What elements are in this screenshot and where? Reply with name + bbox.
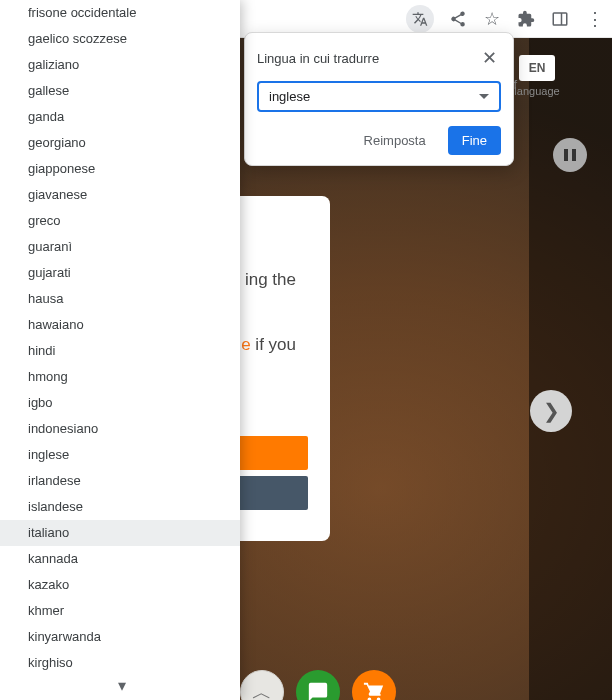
language-option[interactable]: kinyarwanda (0, 624, 240, 650)
menu-icon[interactable]: ⋮ (584, 9, 604, 29)
language-option[interactable]: hausa (0, 286, 240, 312)
language-option[interactable]: greco (0, 208, 240, 234)
done-button[interactable]: Fine (448, 126, 501, 155)
language-option[interactable]: giavanese (0, 182, 240, 208)
language-option[interactable]: hmong (0, 364, 240, 390)
more-indicator: ▾ (0, 676, 240, 695)
pause-button[interactable] (553, 138, 587, 172)
language-option[interactable]: khmer (0, 598, 240, 624)
side-panel-icon[interactable] (550, 9, 570, 29)
language-switcher[interactable]: EN language (507, 55, 567, 97)
translate-icon[interactable] (406, 5, 434, 33)
language-option[interactable]: kazako (0, 572, 240, 598)
language-dropdown[interactable]: frisone occidentalegaelico scozzesegaliz… (0, 0, 240, 700)
language-option[interactable]: irlandese (0, 468, 240, 494)
cart-button[interactable] (352, 670, 396, 700)
language-option[interactable]: galiziano (0, 52, 240, 78)
language-code: EN (519, 55, 556, 81)
language-option[interactable]: ganda (0, 104, 240, 130)
language-option[interactable]: guaranì (0, 234, 240, 260)
dark-overlay (529, 0, 612, 700)
floating-button-row: ︿ (240, 670, 396, 700)
language-option[interactable]: inglese (0, 442, 240, 468)
star-icon[interactable]: ☆ (482, 9, 502, 29)
language-option[interactable]: kannada (0, 546, 240, 572)
language-option[interactable]: frisone occidentale (0, 0, 240, 26)
language-option[interactable]: hawaiano (0, 312, 240, 338)
target-language-select[interactable]: inglese (257, 81, 501, 112)
extensions-icon[interactable] (516, 9, 536, 29)
language-option[interactable]: kirghiso (0, 650, 240, 676)
chat-button[interactable] (296, 670, 340, 700)
close-icon[interactable]: ✕ (478, 45, 501, 71)
language-label: language (507, 85, 567, 97)
language-option[interactable]: georgiano (0, 130, 240, 156)
language-option[interactable]: gaelico scozzese (0, 26, 240, 52)
language-option[interactable]: igbo (0, 390, 240, 416)
language-option[interactable]: gallese (0, 78, 240, 104)
reset-button[interactable]: Reimposta (350, 126, 440, 155)
content-link[interactable]: e (241, 335, 250, 354)
language-option[interactable]: hindi (0, 338, 240, 364)
svg-rect-0 (553, 13, 567, 25)
next-button[interactable]: ❯ (530, 390, 572, 432)
share-icon[interactable] (448, 9, 468, 29)
language-option[interactable]: italiano (0, 520, 240, 546)
selected-language: inglese (269, 89, 310, 104)
language-option[interactable]: gujarati (0, 260, 240, 286)
language-option[interactable]: indonesiano (0, 416, 240, 442)
translate-popup: Lingua in cui tradurre ✕ inglese Reimpos… (244, 32, 514, 166)
translate-popup-title: Lingua in cui tradurre (257, 51, 379, 66)
scroll-top-button[interactable]: ︿ (240, 670, 284, 700)
chevron-down-icon (479, 94, 489, 99)
language-option[interactable]: giapponese (0, 156, 240, 182)
language-option[interactable]: islandese (0, 494, 240, 520)
